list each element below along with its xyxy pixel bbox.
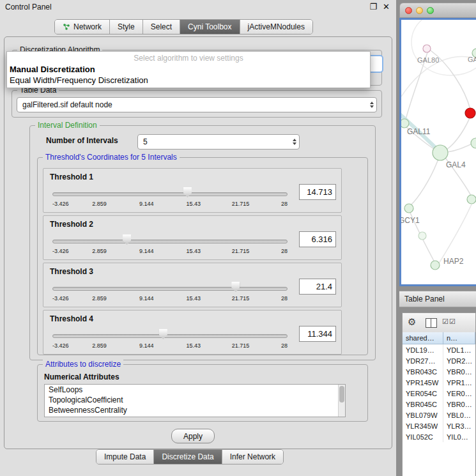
table-cell[interactable]: YBR0… — [443, 399, 475, 410]
threshold-4-value-field[interactable]: 11.344 — [299, 326, 336, 342]
table-cell[interactable]: YBR0… — [443, 366, 475, 377]
table-cell[interactable]: YBL0… — [443, 410, 475, 420]
table-row[interactable]: YPR145WYPR1… — [403, 377, 475, 388]
network-node[interactable] — [418, 232, 426, 240]
tab-label: Style — [118, 22, 135, 31]
tab-label: Select — [151, 22, 172, 31]
table-cell[interactable]: YIL0… — [443, 431, 475, 442]
tab-impute-data[interactable]: Impute Data — [96, 450, 154, 464]
table-row[interactable]: YBR043CYBR0… — [403, 366, 475, 377]
close-traffic-light-icon[interactable] — [405, 7, 412, 14]
dropdown-item-manual-discretization[interactable]: Manual Discretization — [10, 65, 95, 74]
column-header-shared-name[interactable]: shared… — [403, 332, 443, 344]
network-node[interactable] — [431, 261, 440, 270]
table-cell[interactable]: YLR3… — [443, 420, 475, 431]
table-cell[interactable]: YBR043C — [403, 366, 443, 377]
table-cell[interactable]: YER0… — [443, 388, 475, 399]
tick-label: -3.426 — [52, 295, 69, 302]
table-cell[interactable]: YDL1… — [443, 344, 475, 355]
threshold-3-slider[interactable] — [52, 281, 288, 294]
attribute-list-item[interactable]: BetweennessCentrality — [45, 405, 345, 415]
slider-tick-labels: -3.4262.8599.14415.4321.71528 — [52, 201, 288, 208]
slider-track[interactable] — [52, 287, 288, 291]
table-header-row: shared… n… — [403, 332, 475, 344]
table-cell[interactable]: YER054C — [403, 388, 443, 399]
zoom-traffic-light-icon[interactable] — [427, 7, 434, 14]
tab-network[interactable]: Network — [55, 20, 110, 34]
tab-style[interactable]: Style — [110, 20, 143, 34]
stepper-arrows-icon[interactable] — [293, 139, 296, 145]
tab-infer-network[interactable]: Infer Network — [222, 450, 283, 464]
network-node[interactable] — [471, 138, 476, 148]
table-panel-header[interactable]: Table Panel — [399, 291, 476, 307]
table-cell[interactable]: YDR2… — [443, 355, 475, 366]
close-icon[interactable]: ✕ — [383, 2, 390, 12]
attributes-group: Attributes to discretize Numerical Attri… — [37, 364, 368, 422]
slider-track[interactable] — [52, 334, 288, 338]
table-cell[interactable]: YIL052C — [403, 431, 443, 442]
control-panel-window: Control Panel ❐ ✕ Network Style Sel — [0, 0, 396, 476]
network-canvas[interactable]: GAL80 GA GAL11 GAL4 GCY1 HAP2 — [399, 18, 476, 286]
network-node[interactable] — [467, 195, 476, 204]
tab-discretize-data[interactable]: Discretize Data — [154, 450, 222, 464]
table-row[interactable]: YER054CYER0… — [403, 388, 475, 399]
table-body: YDL19…YDL1…YDR27…YDR2…YBR043CYBR0…YPR145… — [403, 344, 475, 476]
table-row[interactable]: YDL19…YDL1… — [403, 344, 475, 355]
table-row[interactable]: YBL079WYBL0… — [403, 410, 475, 420]
tab-jactivemnodules[interactable]: jActiveMNodules — [240, 20, 312, 34]
threshold-2-value-field[interactable]: 6.316 — [299, 231, 336, 247]
number-of-intervals-combobox[interactable]: 5 — [137, 134, 300, 150]
table-row[interactable]: YLR345WYLR3… — [403, 420, 475, 431]
tab-label: Network — [73, 22, 102, 31]
table-data-combobox[interactable]: galFiltered.sif default node — [17, 97, 377, 112]
slider-track[interactable] — [52, 240, 288, 243]
edge — [447, 118, 470, 150]
table-cell[interactable]: YPR145W — [403, 377, 443, 388]
threshold-1-slider[interactable] — [52, 187, 288, 199]
threshold-1-value-field[interactable]: 14.713 — [299, 184, 336, 200]
scrollbar-thumb[interactable] — [339, 386, 344, 403]
combobox-value: 5 — [143, 135, 148, 149]
network-window-titlebar[interactable] — [399, 3, 476, 18]
table-row[interactable]: YIL052CYIL0… — [403, 431, 475, 442]
attributes-listbox[interactable]: SelfLoopsTopologicalCoefficientBetweenne… — [44, 384, 346, 417]
tab-select[interactable]: Select — [143, 20, 180, 34]
table-cell[interactable]: YBR045C — [403, 399, 443, 410]
table-cell[interactable]: YDL19… — [403, 344, 443, 355]
tick-label: 2.859 — [92, 201, 107, 207]
slider-track[interactable] — [52, 192, 288, 196]
threshold-3-value-field[interactable]: 21.4 — [299, 279, 336, 295]
network-node[interactable] — [404, 204, 413, 213]
table-row[interactable]: YDR27…YDR2… — [403, 355, 475, 366]
gear-icon[interactable]: ⚙ — [408, 316, 416, 328]
node-label: GAL80 — [417, 56, 439, 64]
table-cell[interactable]: YBL079W — [403, 410, 443, 420]
threshold-4-slider[interactable] — [52, 328, 288, 341]
network-node-selected[interactable] — [465, 108, 475, 118]
dropdown-item-equal-width-frequency[interactable]: Equal Width/Frequency Discretization — [10, 75, 148, 85]
apply-button[interactable]: Apply — [171, 429, 215, 443]
network-node[interactable] — [401, 119, 409, 128]
network-graph[interactable]: GAL80 GA GAL11 GAL4 GCY1 HAP2 — [401, 20, 476, 284]
float-window-icon[interactable]: ❐ — [369, 2, 377, 12]
threshold-2-slider[interactable] — [52, 234, 288, 247]
table-row[interactable]: YBR045CYBR0… — [403, 399, 475, 410]
attribute-list-item[interactable]: SelfLoops — [45, 385, 345, 395]
network-node[interactable] — [423, 45, 431, 52]
table-cell[interactable]: YDR27… — [403, 355, 443, 366]
stepper-arrows-icon[interactable] — [370, 102, 374, 108]
attribute-list-item[interactable]: TopologicalCoefficient — [45, 395, 345, 405]
listbox-scrollbar[interactable] — [338, 385, 345, 417]
select-all-checkbox-icons[interactable]: ☑☑ — [442, 318, 456, 326]
threshold-label: Threshold 3 — [50, 267, 93, 276]
table-cell[interactable]: YPR1… — [443, 377, 475, 388]
network-node[interactable] — [433, 145, 448, 160]
table-cell[interactable]: YLR345W — [403, 420, 443, 431]
columns-icon[interactable] — [426, 318, 437, 328]
column-header-name[interactable]: n… — [443, 332, 475, 344]
group-title: Interval Definition — [35, 121, 100, 130]
tab-cyni-toolbox[interactable]: Cyni Toolbox — [180, 20, 240, 34]
tick-label: 28 — [281, 295, 288, 302]
minimize-traffic-light-icon[interactable] — [416, 7, 423, 14]
tick-label: 28 — [281, 201, 288, 207]
